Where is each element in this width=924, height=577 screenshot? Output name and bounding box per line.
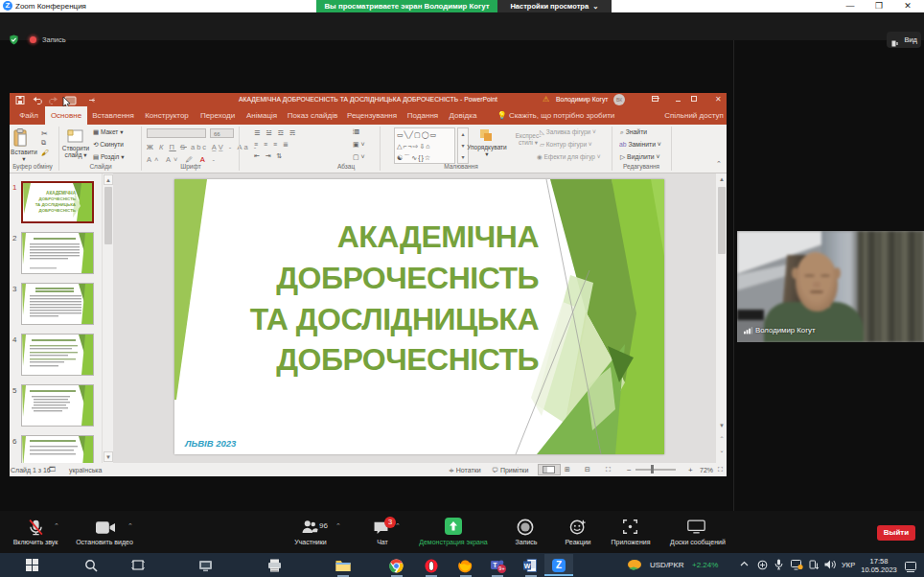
svg-text:ТА ДОСЛІДНИЦЬКА: ТА ДОСЛІДНИЦЬКА [35,202,77,207]
svg-text:ДОБРОЧЕСНІСТЬ: ДОБРОЧЕСНІСТЬ [39,196,76,201]
svg-text:W: W [524,563,531,569]
svg-text:АКАДЕМІЧНА: АКАДЕМІЧНА [46,191,77,196]
svg-text:ДОБРОЧЕСНІСТЬ: ДОБРОЧЕСНІСТЬ [39,208,76,213]
